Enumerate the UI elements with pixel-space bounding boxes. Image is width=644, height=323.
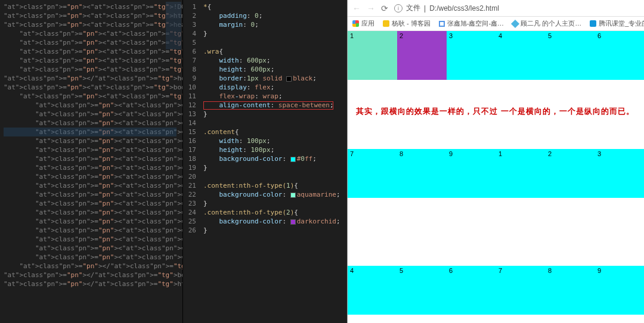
flex-item: 7 bbox=[348, 149, 397, 198]
addr-path: D:/web/css3/les2.html bbox=[429, 4, 499, 13]
back-icon[interactable]: ← bbox=[352, 4, 361, 13]
annotation-text: 其实，跟横向的效果是一样的，只不过 一个是横向的，一个是纵向的而已。 bbox=[356, 106, 634, 117]
addr-scheme: 文件 bbox=[406, 3, 420, 13]
editor-pane-html[interactable]: "at">class"pn">="pn"><"at">class"pn">="t… bbox=[0, 0, 182, 323]
editor-pane-css[interactable]: 1*{2 padding: 0;3 margin: 0;4}56.wra{7 w… bbox=[182, 0, 347, 323]
flex-item: 6 bbox=[447, 266, 496, 315]
flex-container: 1 2 3 4 5 6 7 8 9 1 2 3 4 5 6 7 8 9 bbox=[348, 31, 644, 321]
flex-item: 9 bbox=[447, 149, 496, 198]
page-render: 1 2 3 4 5 6 7 8 9 1 2 3 4 5 6 7 8 9 bbox=[348, 31, 644, 323]
flex-item: 8 bbox=[397, 149, 447, 198]
flex-item: 5 bbox=[397, 266, 447, 315]
address-bar[interactable]: i 文件 | D:/web/css3/les2.html bbox=[394, 3, 639, 13]
flex-item: 1 bbox=[496, 149, 546, 198]
flex-item: 6 bbox=[595, 31, 644, 80]
flex-row: 1 2 3 4 5 6 bbox=[348, 31, 644, 80]
bookmark-apps[interactable]: 应用 bbox=[352, 19, 374, 28]
favicon-icon bbox=[511, 19, 519, 27]
bookmark-2[interactable]: 张鑫旭-鑫空间-鑫… bbox=[439, 19, 504, 28]
flex-item: 3 bbox=[447, 31, 496, 80]
browser-toolbar: ← → ⟳ i 文件 | D:/web/css3/les2.html bbox=[348, 0, 644, 17]
flex-item: 1 bbox=[348, 31, 397, 80]
favicon-icon bbox=[383, 20, 389, 27]
flex-row: 7 8 9 1 2 3 bbox=[348, 149, 644, 198]
addr-sep: | bbox=[424, 4, 426, 13]
minimap[interactable] bbox=[166, 2, 181, 49]
flex-item: 2 bbox=[546, 149, 595, 198]
favicon-icon bbox=[590, 20, 596, 27]
browser-pane: ← → ⟳ i 文件 | D:/web/css3/les2.html 应用 杨耿… bbox=[347, 0, 644, 323]
html-code-block[interactable]: "at">class"pn">="pn"><"at">class"pn">="t… bbox=[4, 2, 182, 288]
flex-row: 4 5 6 7 8 9 bbox=[348, 266, 644, 315]
css-code-block[interactable]: 1*{2 padding: 0;3 margin: 0;4}56.wra{7 w… bbox=[183, 2, 347, 235]
flex-item: 4 bbox=[348, 266, 397, 315]
flex-item: 9 bbox=[595, 266, 644, 315]
reload-icon[interactable]: ⟳ bbox=[381, 4, 388, 13]
flex-item: 7 bbox=[496, 266, 546, 315]
forward-icon[interactable]: → bbox=[367, 4, 375, 13]
flex-item: 3 bbox=[595, 149, 644, 198]
flex-item: 8 bbox=[546, 266, 595, 315]
favicon-icon bbox=[439, 21, 445, 27]
info-icon[interactable]: i bbox=[394, 4, 402, 13]
bookmark-4[interactable]: 腾讯课堂_专业的在… bbox=[590, 19, 644, 28]
bookmark-3[interactable]: 顾二凡 的个人主页… bbox=[512, 19, 581, 28]
bookmark-1[interactable]: 杨耿 - 博客园 bbox=[383, 19, 431, 28]
flex-item: 5 bbox=[546, 31, 595, 80]
flex-item: 4 bbox=[496, 31, 546, 80]
bookmarks-bar: 应用 杨耿 - 博客园 张鑫旭-鑫空间-鑫… 顾二凡 的个人主页… 腾讯课堂_专… bbox=[348, 17, 644, 31]
flex-item: 2 bbox=[397, 31, 447, 80]
apps-icon bbox=[352, 20, 359, 27]
